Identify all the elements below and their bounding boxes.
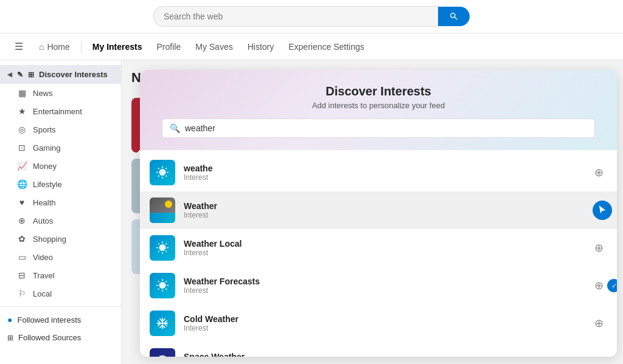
search-icon xyxy=(449,12,459,21)
discover-subtitle: Add interests to personalize your feed xyxy=(152,101,605,110)
interest-name: Space Weather xyxy=(184,352,582,357)
sports-icon: ◎ xyxy=(17,125,27,134)
nav-my-interests[interactable]: My Interests xyxy=(86,37,148,57)
interest-name: Weather Forecasts xyxy=(184,276,582,286)
nav-history[interactable]: History xyxy=(242,37,280,57)
sidebar-item-video[interactable]: ▭ Video xyxy=(0,248,121,266)
money-icon: 📈 xyxy=(17,161,27,171)
home-icon: ⌂ xyxy=(39,42,44,52)
add-interest-button[interactable]: ⊕ xyxy=(590,277,607,294)
interest-thumb xyxy=(150,348,175,357)
main-search-input[interactable] xyxy=(153,6,438,27)
nav-my-saves[interactable]: My Saves xyxy=(189,37,238,57)
cold-weather-icon xyxy=(156,317,169,330)
sidebar-followed-label: Followed interests xyxy=(17,315,81,325)
add-weather-button[interactable] xyxy=(593,201,612,220)
sidebar-travel-label: Travel xyxy=(33,271,55,280)
sidebar-item-lifestyle[interactable]: 🌐 Lifestyle xyxy=(0,175,121,193)
add-interest-button[interactable]: ⊕ xyxy=(590,239,607,256)
weather-small-icon xyxy=(156,166,169,179)
add-interest-button[interactable]: ⊕ xyxy=(590,315,607,332)
interest-thumb xyxy=(150,197,175,223)
sidebar-discover-header[interactable]: ◀ ✎ ⊞ Discover Interests xyxy=(0,65,121,84)
sidebar-video-label: Video xyxy=(33,253,53,262)
discover-search-icon: 🔍 xyxy=(170,123,180,133)
interest-type: Interest xyxy=(184,324,582,332)
hamburger-button[interactable]: ☰ xyxy=(10,36,28,57)
list-item[interactable]: Weather Local Interest ⊕ xyxy=(140,229,617,267)
sidebar-item-travel[interactable]: ⊟ Travel xyxy=(0,266,121,284)
sidebar-pencil-icon: ✎ xyxy=(17,70,23,79)
interest-type: Interest xyxy=(184,286,582,295)
sidebar-health-label: Health xyxy=(33,198,56,207)
nav-home[interactable]: ⌂ Home xyxy=(33,37,76,57)
sidebar-item-health[interactable]: ♥ Health xyxy=(0,193,121,211)
interest-type: Interest xyxy=(184,211,607,219)
health-icon: ♥ xyxy=(17,197,27,207)
interest-info: Weather Forecasts Interest xyxy=(184,276,582,295)
sidebar-item-autos[interactable]: ⊕ Autos xyxy=(0,211,121,230)
interest-thumb xyxy=(150,311,175,336)
added-badge: ✓ xyxy=(607,279,617,292)
entertainment-icon: ★ xyxy=(17,106,27,116)
sidebar-item-shopping[interactable]: ✿ Shopping xyxy=(0,230,121,248)
add-interest-button[interactable]: ⊕ xyxy=(590,352,607,357)
nav-home-label: Home xyxy=(47,42,69,52)
discover-header: Discover Interests Add interests to pers… xyxy=(140,70,617,150)
add-interest-button[interactable]: ⊕ xyxy=(590,164,607,181)
sidebar-item-news[interactable]: ▦ News xyxy=(0,84,121,102)
nav-profile[interactable]: Profile xyxy=(151,37,187,57)
top-bar xyxy=(0,0,623,33)
nav-my-saves-label: My Saves xyxy=(195,42,232,52)
sidebar: ◀ ✎ ⊞ Discover Interests ▦ News ★ Entert… xyxy=(0,60,122,364)
cursor-icon xyxy=(597,205,607,215)
interest-thumb xyxy=(150,273,175,298)
sidebar-followed-interests[interactable]: ● Followed interests xyxy=(0,311,121,329)
discover-search-input[interactable] xyxy=(185,123,587,133)
followed-interests-icon: ● xyxy=(7,315,12,325)
sidebar-sports-label: Sports xyxy=(33,125,56,134)
travel-icon: ⊟ xyxy=(17,270,27,280)
sidebar-divider xyxy=(0,306,121,307)
followed-sources-icon: ⊞ xyxy=(7,334,13,342)
sidebar-discover-label: Discover Interests xyxy=(39,70,108,79)
interest-type: Interest xyxy=(184,249,582,257)
nav-experience-settings[interactable]: Experience Settings xyxy=(282,37,371,57)
list-item[interactable]: Weather Interest xyxy=(140,191,617,229)
sidebar-news-label: News xyxy=(33,89,53,98)
sidebar-item-entertainment[interactable]: ★ Entertainment xyxy=(0,102,121,120)
content-area: News Discover Interests Add xyxy=(122,60,623,364)
nav-history-label: History xyxy=(248,42,274,52)
sidebar-money-label: Money xyxy=(33,162,57,171)
interest-info: Weather Interest xyxy=(184,201,607,219)
main-search-button[interactable] xyxy=(438,7,470,26)
interest-info: weathe Interest xyxy=(184,163,582,182)
news-icon: ▦ xyxy=(17,88,27,98)
sidebar-item-gaming[interactable]: ⊡ Gaming xyxy=(0,139,121,157)
list-item[interactable]: Weather Forecasts Interest ⊕ ✓ xyxy=(140,267,617,304)
discover-search-bar[interactable]: 🔍 xyxy=(162,118,595,138)
sidebar-followed-sources-label: Followed Sources xyxy=(18,333,81,342)
nav-experience-settings-label: Experience Settings xyxy=(288,42,364,52)
list-item[interactable]: weathe Interest ⊕ xyxy=(140,154,617,191)
interest-info: Weather Local Interest xyxy=(184,239,582,257)
discover-title: Discover Interests xyxy=(152,84,605,98)
sidebar-shopping-label: Shopping xyxy=(33,235,66,244)
sidebar-item-local[interactable]: ⚐ Local xyxy=(0,284,121,303)
main-layout: ◀ ✎ ⊞ Discover Interests ▦ News ★ Entert… xyxy=(0,60,623,364)
interest-name: Cold Weather xyxy=(184,314,582,324)
sidebar-chevron-icon: ◀ xyxy=(7,71,12,78)
interest-type: Interest xyxy=(184,173,582,182)
sidebar-local-label: Local xyxy=(33,289,52,298)
list-item[interactable]: Space Weather Interest ⊕ xyxy=(140,342,617,357)
sidebar-item-money[interactable]: 📈 Money xyxy=(0,157,121,175)
interest-name: weathe xyxy=(184,163,582,173)
interest-thumb xyxy=(150,235,175,261)
autos-icon: ⊕ xyxy=(17,216,27,225)
sidebar-entertainment-label: Entertainment xyxy=(33,107,82,116)
sidebar-item-sports[interactable]: ◎ Sports xyxy=(0,120,121,139)
sidebar-followed-sources[interactable]: ⊞ Followed Sources xyxy=(0,329,121,346)
sidebar-grid-icon: ⊞ xyxy=(28,70,34,79)
interest-name: Weather Local xyxy=(184,239,582,249)
list-item[interactable]: Cold Weather Interest ⊕ xyxy=(140,304,617,342)
